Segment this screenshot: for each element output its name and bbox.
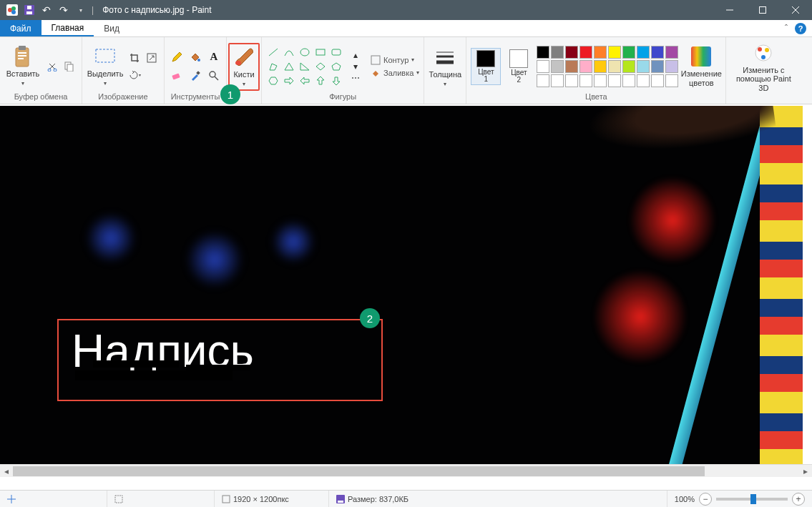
palette-color[interactable] [622, 60, 635, 73]
scroll-right-icon[interactable]: ▸ [799, 465, 812, 478]
crop-icon[interactable] [127, 50, 142, 66]
shape-line[interactable] [266, 46, 280, 59]
palette-color[interactable] [565, 60, 578, 73]
shape-oval[interactable] [298, 46, 312, 59]
shape-arrow-right[interactable] [282, 74, 296, 87]
horizontal-scrollbar[interactable]: ◂ ▸ [0, 464, 812, 477]
palette-color[interactable] [551, 74, 564, 87]
palette-color[interactable] [579, 74, 592, 87]
palette-color[interactable] [551, 46, 564, 59]
palette-color[interactable] [579, 46, 592, 59]
undo-icon[interactable]: ↶ [39, 2, 54, 18]
resize-icon[interactable] [144, 50, 160, 66]
shape-roundrect[interactable] [329, 46, 343, 59]
shape-arrow-up[interactable] [313, 74, 328, 87]
shape-triangle[interactable] [282, 60, 296, 73]
rotate-icon[interactable]: ▾ [127, 67, 142, 83]
brushes-label: Кисти [233, 70, 254, 79]
edit-colors-button[interactable]: Изменение цветов [681, 44, 721, 88]
color1-button[interactable]: Цвет 1 [471, 48, 501, 85]
app-icon[interactable] [4, 2, 20, 18]
eraser-icon[interactable] [169, 68, 185, 84]
canvas[interactable]: Надпись [0, 106, 812, 464]
zoom-slider-thumb[interactable] [750, 494, 756, 504]
palette-color[interactable] [622, 46, 635, 59]
qat-dropdown-icon[interactable]: ▾ [73, 2, 89, 18]
cut-icon[interactable] [44, 59, 60, 74]
scroll-left-icon[interactable]: ◂ [0, 465, 13, 478]
palette-color[interactable] [537, 74, 549, 87]
save-icon[interactable] [21, 2, 37, 18]
shape-rect[interactable] [313, 46, 328, 59]
palette-color[interactable] [665, 46, 678, 59]
palette-color[interactable] [594, 46, 607, 59]
shape-pentagon[interactable] [329, 60, 343, 73]
minimize-button[interactable] [713, 0, 746, 20]
shapes-scroll-down[interactable]: ▾ [348, 61, 363, 72]
palette-color[interactable] [594, 60, 607, 73]
svg-rect-50 [222, 496, 230, 503]
ribbon-tabs: Файл Главная Вид ˆ ? [0, 20, 812, 37]
fill-dropdown[interactable]: Заливка ▾ [371, 68, 419, 78]
collapse-ribbon-icon[interactable]: ˆ [785, 24, 788, 34]
zoom-controls: 100% − + [667, 493, 812, 506]
palette-color[interactable] [665, 60, 678, 73]
shape-polygon[interactable] [266, 60, 280, 73]
palette-color[interactable] [579, 60, 592, 73]
scrollbar-thumb[interactable] [13, 466, 705, 476]
palette-color[interactable] [537, 46, 549, 59]
palette-color[interactable] [537, 60, 549, 73]
palette-color[interactable] [651, 46, 664, 59]
shapes-more[interactable]: ⋯ [348, 72, 363, 84]
color2-button[interactable]: Цвет 2 [504, 48, 534, 85]
edit-colors-label: Изменение цветов [681, 69, 722, 87]
shapes-scroll-up[interactable]: ▴ [348, 49, 363, 61]
palette-color[interactable] [608, 74, 621, 87]
zoom-in-button[interactable]: + [792, 493, 805, 506]
shape-diamond[interactable] [313, 60, 328, 73]
palette-color[interactable] [651, 74, 664, 87]
palette-color[interactable] [637, 46, 650, 59]
outline-dropdown[interactable]: Контур ▾ [371, 55, 419, 65]
zoom-slider[interactable] [716, 498, 788, 501]
svg-point-27 [235, 61, 241, 65]
shape-hexagon[interactable] [266, 74, 280, 87]
palette-color[interactable] [651, 60, 664, 73]
palette-color[interactable] [565, 74, 578, 87]
tab-view[interactable]: Вид [94, 20, 129, 36]
palette-color[interactable] [565, 46, 578, 59]
eyedropper-icon[interactable] [187, 68, 203, 84]
palette-color[interactable] [637, 60, 650, 73]
brushes-button[interactable]: Кисти▾ [228, 43, 260, 91]
svg-point-3 [11, 10, 16, 14]
shape-right-triangle[interactable] [298, 60, 312, 73]
shape-arrow-down[interactable] [329, 74, 343, 87]
palette-color[interactable] [608, 46, 621, 59]
palette-color[interactable] [594, 74, 607, 87]
paste-button[interactable]: Вставить▾ [4, 44, 41, 89]
palette-color[interactable] [551, 60, 564, 73]
size-button[interactable]: Толщина▾ [429, 44, 461, 89]
maximize-button[interactable] [746, 0, 779, 20]
shape-curve[interactable] [282, 46, 296, 59]
magnifier-icon[interactable] [206, 68, 222, 84]
shapes-gallery[interactable] [266, 46, 343, 87]
tab-home[interactable]: Главная [41, 20, 94, 36]
copy-icon[interactable] [62, 59, 77, 74]
text-icon[interactable]: A [206, 49, 222, 65]
select-button[interactable]: Выделить▾ [87, 44, 124, 89]
redo-icon[interactable]: ↷ [56, 2, 72, 18]
annotation-marker-2: 2 [360, 308, 380, 328]
shape-arrow-left[interactable] [298, 74, 312, 87]
help-icon[interactable]: ? [795, 23, 806, 34]
palette-color[interactable] [622, 74, 635, 87]
pencil-icon[interactable] [169, 49, 185, 65]
tab-file[interactable]: Файл [0, 20, 41, 36]
palette-color[interactable] [608, 60, 621, 73]
palette-color[interactable] [665, 74, 678, 87]
zoom-out-button[interactable]: − [699, 493, 712, 506]
paint3d-button[interactable]: Изменить с помощью Paint 3D [730, 40, 796, 93]
palette-color[interactable] [637, 74, 650, 87]
fill-icon[interactable] [187, 49, 203, 65]
close-button[interactable] [779, 0, 812, 20]
